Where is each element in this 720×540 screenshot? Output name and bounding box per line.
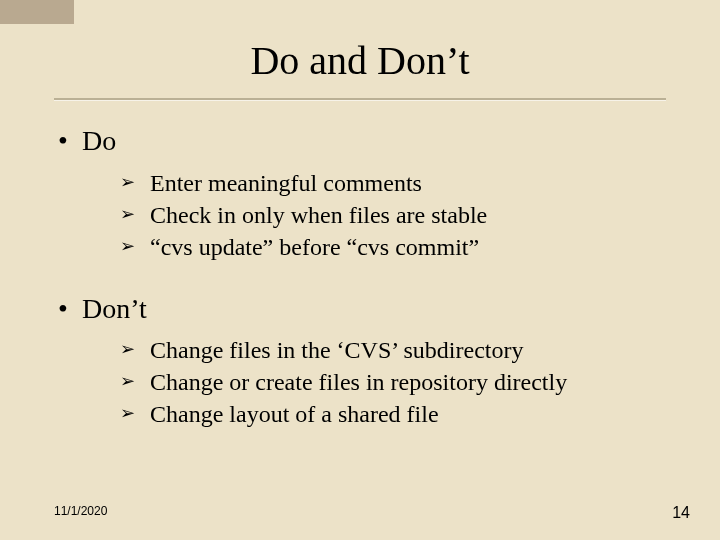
section-heading-text: Do [82, 125, 116, 156]
arrow-icon: ➢ [120, 203, 135, 226]
list-item-text: Check in only when files are stable [150, 202, 487, 228]
footer-page-number: 14 [672, 504, 690, 522]
section-heading-do: • Do [54, 124, 666, 158]
bullet-icon: • [58, 292, 68, 326]
arrow-icon: ➢ [120, 402, 135, 425]
section-heading-dont: • Don’t [54, 292, 666, 326]
list-item-text: Change layout of a shared file [150, 401, 439, 427]
list-item-text: Enter meaningful comments [150, 170, 422, 196]
list-item: ➢ “cvs update” before “cvs commit” [120, 232, 666, 262]
list-item: ➢ Enter meaningful comments [120, 168, 666, 198]
bullet-icon: • [58, 124, 68, 158]
slide-title: Do and Don’t [0, 37, 720, 84]
list-item: ➢ Change layout of a shared file [120, 399, 666, 429]
list-item: ➢ Check in only when files are stable [120, 200, 666, 230]
corner-tab [0, 0, 74, 24]
slide-body: • Do ➢ Enter meaningful comments ➢ Check… [54, 120, 666, 453]
list-item: ➢ Change or create files in repository d… [120, 367, 666, 397]
list-item-text: Change or create files in repository dir… [150, 369, 567, 395]
arrow-icon: ➢ [120, 338, 135, 361]
section-heading-text: Don’t [82, 293, 147, 324]
arrow-icon: ➢ [120, 171, 135, 194]
dont-list: ➢ Change files in the ‘CVS’ subdirectory… [120, 335, 666, 429]
footer-date: 11/1/2020 [54, 504, 107, 518]
slide: Do and Don’t • Do ➢ Enter meaningful com… [0, 0, 720, 540]
arrow-icon: ➢ [120, 370, 135, 393]
list-item: ➢ Change files in the ‘CVS’ subdirectory [120, 335, 666, 365]
title-underline [54, 98, 666, 101]
arrow-icon: ➢ [120, 235, 135, 258]
list-item-text: “cvs update” before “cvs commit” [150, 234, 479, 260]
do-list: ➢ Enter meaningful comments ➢ Check in o… [120, 168, 666, 262]
list-item-text: Change files in the ‘CVS’ subdirectory [150, 337, 523, 363]
